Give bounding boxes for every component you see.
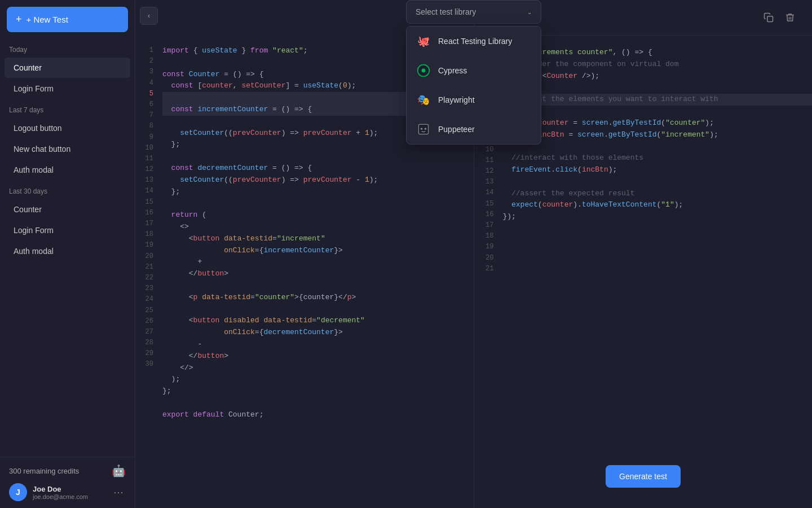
dropdown-item-cypress[interactable]: Cypress xyxy=(407,56,541,85)
user-menu-button[interactable]: ⋯ xyxy=(111,484,126,501)
dropdown-item-puppeteer[interactable]: Puppeteer xyxy=(407,115,541,144)
rtl-label: React Testing Library xyxy=(438,37,512,46)
cypress-icon xyxy=(416,63,431,78)
copy-icon xyxy=(764,12,774,23)
delete-button[interactable] xyxy=(782,9,798,26)
credits-row: 300 remaining credits 🤖 xyxy=(9,464,126,478)
sidebar-footer: 300 remaining credits 🤖 J Joe Doe joe.do… xyxy=(0,457,135,508)
trash-icon xyxy=(785,12,795,23)
sidebar-item-auth-modal-last30[interactable]: Auth modal xyxy=(5,241,130,261)
plus-icon: + xyxy=(16,14,22,25)
last7-label: Last 7 days xyxy=(0,99,135,117)
sidebar-item-loginform-today[interactable]: Login Form xyxy=(5,78,130,99)
robot-icon: 🤖 xyxy=(112,464,126,478)
sidebar: + + New Test Today Counter Login Form La… xyxy=(0,0,135,508)
user-name: Joe Doe xyxy=(33,485,105,493)
avatar: J xyxy=(9,483,27,501)
user-info: Joe Doe joe.doe@acme.com xyxy=(33,485,105,500)
credits-label: 300 remaining credits xyxy=(9,467,79,475)
cypress-label: Cypress xyxy=(438,66,467,75)
svg-rect-5 xyxy=(767,16,773,22)
playwright-label: Playwright xyxy=(438,95,475,104)
panel-actions xyxy=(760,9,798,26)
sidebar-nav: Today Counter Login Form Last 7 days Log… xyxy=(0,39,135,457)
generate-test-button[interactable]: Generate test xyxy=(606,465,681,488)
select-library-dropdown: 🐙 React Testing Library Cypress 🎭 Playwr… xyxy=(406,26,541,144)
new-test-button[interactable]: + + New Test xyxy=(7,7,128,32)
collapse-sidebar-button[interactable]: ‹ xyxy=(140,7,158,25)
sidebar-item-new-chat-button[interactable]: New chat button xyxy=(5,139,130,159)
new-test-label: + New Test xyxy=(27,15,68,24)
svg-point-3 xyxy=(421,128,422,129)
user-email: joe.doe@acme.com xyxy=(33,493,105,500)
last30-label: Last 30 days xyxy=(0,181,135,199)
generate-test-section: Generate test xyxy=(474,445,812,508)
sidebar-item-logout-button[interactable]: Logout button xyxy=(5,118,130,138)
sidebar-item-loginform-last30[interactable]: Login Form xyxy=(5,220,130,240)
today-label: Today xyxy=(0,39,135,57)
svg-point-4 xyxy=(425,128,426,129)
puppeteer-label: Puppeteer xyxy=(438,125,475,134)
chevron-down-icon: ⌄ xyxy=(527,9,532,15)
select-library-placeholder: Select test library xyxy=(416,7,476,16)
sidebar-item-counter-last30[interactable]: Counter xyxy=(5,199,130,220)
rtl-icon: 🐙 xyxy=(416,33,431,49)
right-code-content: test("increments counter", () => { // re… xyxy=(502,36,812,445)
main-content: ‹ Select test library ⌄ 🐙 React Testing … xyxy=(135,0,812,508)
user-row: J Joe Doe joe.doe@acme.com ⋯ xyxy=(9,483,126,501)
new-test-section: + + New Test xyxy=(7,7,128,32)
sidebar-item-counter-today[interactable]: Counter xyxy=(5,58,130,78)
sidebar-item-auth-modal-last7[interactable]: Auth modal xyxy=(5,160,130,180)
dropdown-item-rtl[interactable]: 🐙 React Testing Library xyxy=(407,27,541,56)
puppeteer-icon xyxy=(416,121,431,137)
select-library-container: Select test library ⌄ 🐙 React Testing Li… xyxy=(406,0,541,144)
dropdown-item-playwright[interactable]: 🎭 Playwright xyxy=(407,85,541,115)
line-numbers: 1 2 3 4 5 6 7 8 9 10 11 12 13 14 15 16 1… xyxy=(135,34,162,508)
playwright-icon: 🎭 xyxy=(416,92,431,108)
svg-point-1 xyxy=(422,69,426,73)
select-library-trigger[interactable]: Select test library ⌄ xyxy=(406,0,541,24)
svg-rect-2 xyxy=(418,124,428,134)
copy-button[interactable] xyxy=(760,9,777,26)
